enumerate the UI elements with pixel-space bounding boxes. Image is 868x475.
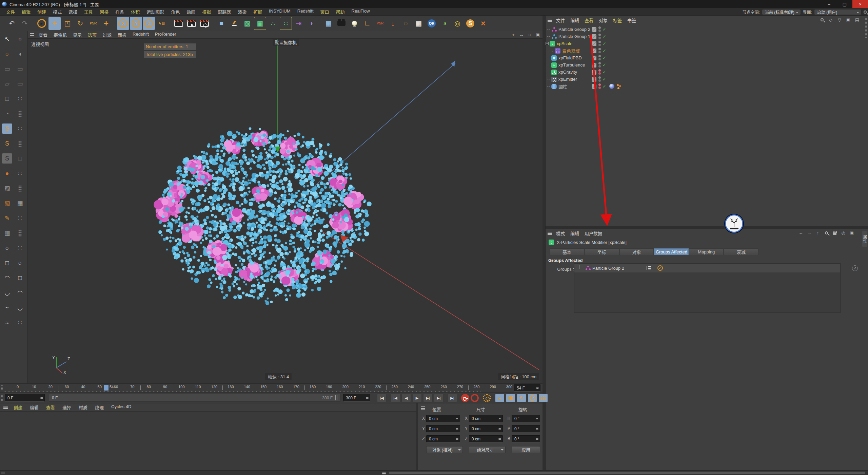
am-forward-icon[interactable]: → xyxy=(807,230,812,235)
light-menu[interactable] xyxy=(348,17,360,30)
rotate-view-icon[interactable]: ○ xyxy=(527,32,532,37)
autokey-button[interactable] xyxy=(471,394,479,402)
start-frame-value[interactable]: 0 F xyxy=(7,396,13,400)
layer-toggle[interactable] xyxy=(592,49,596,53)
menu-item-文件[interactable]: 文件 xyxy=(3,8,18,15)
menu-item-样条[interactable]: 样条 xyxy=(112,8,127,15)
palette-tool-14[interactable]: ○ xyxy=(2,243,12,253)
layer-toggle[interactable] xyxy=(592,77,596,82)
next-frame-button[interactable]: ▶| xyxy=(423,394,433,402)
om-filter-diamond-icon[interactable]: ◇ xyxy=(828,17,833,22)
visibility-dots[interactable] xyxy=(598,48,601,54)
layer-toggle[interactable] xyxy=(592,70,596,75)
timeline-drag-handle[interactable] xyxy=(1,385,3,391)
visibility-dots[interactable] xyxy=(598,76,601,82)
attributes-side-tab[interactable]: 属性 xyxy=(862,231,867,247)
psr-transfer-button[interactable]: PSR xyxy=(374,17,386,30)
tab-衰减[interactable]: 衰减 xyxy=(724,248,758,255)
palette-tool-7[interactable]: S xyxy=(2,138,12,149)
menu-item-跟踪器[interactable]: 跟踪器 xyxy=(214,8,234,15)
pen-spline-menu[interactable] xyxy=(228,17,240,30)
object-name[interactable]: xpFluidPBD xyxy=(558,55,582,60)
palette-tool-12[interactable]: ✎ xyxy=(2,213,12,223)
palette-tool-8[interactable]: □ xyxy=(15,153,25,164)
cube-primitive-menu[interactable]: ■ xyxy=(215,17,228,30)
key-scale-toggle[interactable]: ▣ xyxy=(506,394,515,402)
am-up-icon[interactable]: ↑ xyxy=(815,230,821,235)
tab-Groups Affected[interactable]: Groups Affected xyxy=(654,248,689,255)
palette-tool-0[interactable]: ¤ xyxy=(15,34,25,44)
view-label[interactable]: 透视视图 xyxy=(31,41,49,47)
end-frame-stepper[interactable] xyxy=(366,396,369,400)
phong-tag-icon[interactable] xyxy=(609,84,614,89)
camera-menu[interactable] xyxy=(335,17,348,30)
size-mode-dropdown[interactable]: 绝对尺寸 xyxy=(469,446,506,453)
palette-tool-17[interactable]: ◡ xyxy=(2,288,12,298)
menu-item-扩展[interactable]: 扩展 xyxy=(250,8,265,15)
hierarchy-icon[interactable] xyxy=(647,266,651,270)
object-row-xpTurbulence[interactable]: ≈xpTurbulence✓ xyxy=(546,61,868,69)
menu-item-查看[interactable]: 查看 xyxy=(582,17,596,23)
zoom-view-icon[interactable]: ↔ xyxy=(519,32,524,37)
menu-item-动画[interactable]: 动画 xyxy=(183,8,199,15)
menu-item-编辑[interactable]: 编辑 xyxy=(568,230,582,236)
palette-tool-8[interactable]: S xyxy=(2,153,12,164)
enable-check-icon[interactable]: ✓ xyxy=(603,62,606,68)
am-new-icon[interactable]: ▣ xyxy=(849,230,854,235)
menu-item-渲染[interactable]: 渲染 xyxy=(234,8,250,15)
palette-tool-17[interactable]: ◠ xyxy=(15,288,25,298)
tab-对象[interactable]: 对象 xyxy=(619,248,654,255)
panel-splitter[interactable] xyxy=(546,226,868,229)
menu-item-对象[interactable]: 对象 xyxy=(596,17,610,23)
drag-drop-icon[interactable]: ↗ xyxy=(852,265,858,271)
object-name[interactable]: xpTurbulence xyxy=(558,62,585,68)
search-icon[interactable] xyxy=(864,11,867,14)
palette-tool-15[interactable]: □ xyxy=(2,258,12,268)
visibility-dots[interactable] xyxy=(598,62,601,68)
am-back-icon[interactable]: ← xyxy=(798,230,804,235)
tab-Mapping[interactable]: Mapping xyxy=(689,248,724,255)
close-button[interactable]: × xyxy=(852,0,868,8)
menu-item-摄像机[interactable]: 摄像机 xyxy=(51,32,70,38)
cloner-menu[interactable]: ∴ xyxy=(267,17,279,30)
palette-tool-3[interactable]: ▭ xyxy=(15,79,25,89)
palette-tool-4[interactable]: □ xyxy=(2,94,12,104)
subdivision-surface-menu[interactable]: ▩ xyxy=(241,17,253,30)
dock-handle[interactable] xyxy=(865,18,867,38)
tab-基本[interactable]: 基本 xyxy=(550,248,584,255)
end-frame-field[interactable]: 300 F xyxy=(343,394,370,402)
object-row-xpScale[interactable]: −:xpScale✓ xyxy=(546,40,868,47)
visibility-dots[interactable] xyxy=(598,34,601,40)
menu-item-材质[interactable]: 材质 xyxy=(75,404,91,411)
size-y-field[interactable]: 0 cm xyxy=(469,425,503,432)
lock-x-axis[interactable]: X xyxy=(117,17,129,30)
group-list-item[interactable]: Particle Group 2 ✓ xyxy=(574,264,840,272)
sketch-toon-button[interactable]: S xyxy=(464,17,476,30)
rotation-h-field[interactable]: 0 ° xyxy=(512,415,540,422)
palette-tool-18[interactable]: ~ xyxy=(2,303,12,313)
palette-tool-5[interactable]: ◔ xyxy=(2,109,12,119)
menu-item-模式[interactable]: 模式 xyxy=(553,230,568,236)
start-frame-stepper[interactable] xyxy=(40,396,43,400)
render-settings-button[interactable] xyxy=(198,17,211,30)
enable-check-icon[interactable]: ✓ xyxy=(603,48,606,53)
array-menu[interactable]: ∷ xyxy=(280,17,292,30)
object-name[interactable]: 着色器域 xyxy=(562,48,580,54)
menu-item-模式[interactable]: 模式 xyxy=(50,8,65,15)
lock-y-axis[interactable]: Y xyxy=(130,17,142,30)
palette-tool-2[interactable]: ▭ xyxy=(2,64,12,74)
menu-item-帮助[interactable]: 帮助 xyxy=(333,8,348,15)
menu-item-过滤[interactable]: 过滤 xyxy=(100,32,115,38)
object-name[interactable]: xpGravity xyxy=(558,70,577,75)
rotation-b-field[interactable]: 0 ° xyxy=(512,435,540,442)
render-picture-button[interactable] xyxy=(185,17,198,30)
tab-坐标[interactable]: 坐标 xyxy=(585,248,619,255)
palette-tool-4[interactable]: ∷ xyxy=(15,94,25,104)
end-frame-value[interactable]: 300 F xyxy=(346,396,356,400)
palette-tool-5[interactable]: ⣿ xyxy=(15,109,25,119)
am-track-icon[interactable]: ◎ xyxy=(841,230,846,235)
frame-range-slider[interactable]: 0 F 300 F xyxy=(49,394,340,402)
layer-toggle[interactable] xyxy=(592,56,596,60)
minimize-button[interactable]: – xyxy=(821,0,837,8)
palette-tool-14[interactable]: ∷ xyxy=(15,243,25,253)
